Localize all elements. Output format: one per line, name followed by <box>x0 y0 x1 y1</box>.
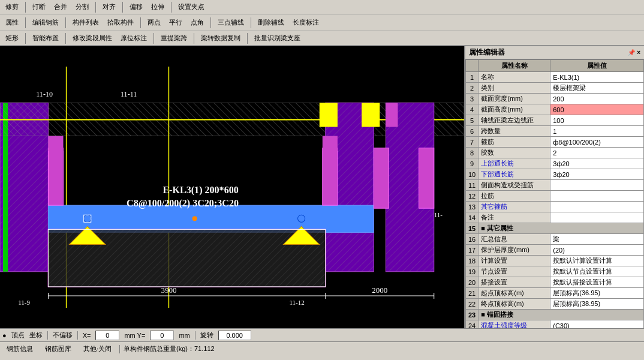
three-point-btn[interactable]: 三点辅线 <box>215 17 247 28</box>
row-prop-value[interactable]: 层顶标高(38.95) <box>550 299 644 310</box>
col-index-header <box>466 60 479 72</box>
row-prop-value[interactable]: 按默认搭接设置计算 <box>550 277 644 288</box>
row-prop-name: 计算设置 <box>479 256 550 266</box>
row-prop-value[interactable]: 梁 <box>550 234 644 245</box>
batch-id-btn[interactable]: 批量识别梁支座 <box>251 32 303 44</box>
row-prop-name: 搭接设置 <box>479 277 550 288</box>
svg-text:11-9: 11-9 <box>18 299 30 306</box>
row-prop-name: 混凝土强度等级 <box>479 320 550 329</box>
coord-label: 坐标 <box>29 331 43 340</box>
edit-rebar-btn[interactable]: 编辑钢筋 <box>29 17 62 28</box>
stretch-btn[interactable]: 拉伸 <box>148 1 167 13</box>
component-list-btn[interactable]: 构件列表 <box>70 17 102 28</box>
row-prop-value[interactable]: 层顶标高(36.95) <box>550 288 644 299</box>
row-prop-value[interactable]: 1 <box>550 126 644 137</box>
snap-mode: 顶点 <box>11 331 25 340</box>
row-prop-value[interactable]: 楼层框架梁 <box>550 83 644 94</box>
length-dim-btn[interactable]: 长度标注 <box>290 17 322 28</box>
row-prop-value[interactable]: 100 <box>550 115 644 126</box>
two-point-btn[interactable]: 两点 <box>145 17 164 28</box>
svg-text:11-11: 11-11 <box>121 90 137 98</box>
row-prop-value[interactable]: 按默认节点设置计算 <box>550 266 644 277</box>
sep2 <box>95 2 96 13</box>
status-sep2 <box>77 331 78 340</box>
row-prop-value[interactable]: ф8@100/200(2) <box>550 137 644 148</box>
row-prop-value[interactable] <box>550 180 644 191</box>
svg-rect-44 <box>323 148 338 205</box>
row-prop-value[interactable]: (C30) <box>550 320 644 329</box>
row-index: 10 <box>466 169 479 180</box>
table-row: 12拉筋 <box>466 191 644 202</box>
col-name-header: 属性名称 <box>479 60 550 72</box>
trim-btn[interactable]: 修剪 <box>2 1 22 13</box>
row-index: 23 <box>466 310 479 320</box>
pick-component-btn[interactable]: 拾取构件 <box>104 17 137 28</box>
row-index: 5 <box>466 115 479 126</box>
prop-pin-icon: 📌 × <box>628 49 640 56</box>
sep8 <box>210 17 211 28</box>
row-prop-value[interactable]: 600 <box>550 104 644 115</box>
parallel-btn[interactable]: 平行 <box>166 17 185 28</box>
x-input[interactable] <box>95 331 119 340</box>
row-prop-value[interactable] <box>550 212 644 223</box>
svg-text:E-KL3(1) 200*600: E-KL3(1) 200*600 <box>162 185 238 196</box>
row-index: 9 <box>466 158 479 169</box>
status-sep1 <box>47 331 48 340</box>
property-btn[interactable]: 属性 <box>2 17 22 28</box>
row-prop-name: 备注 <box>479 212 550 223</box>
align-btn[interactable]: 对齐 <box>100 1 119 13</box>
row-index: 1 <box>466 72 479 83</box>
del-aux-btn[interactable]: 删除辅线 <box>255 17 287 28</box>
rebar-info-tab[interactable]: 钢筋信息 <box>2 343 37 355</box>
rebar-lib-tab[interactable]: 钢筋图库 <box>41 343 76 355</box>
svg-rect-45 <box>374 148 389 209</box>
table-row: 20搭接设置按默认搭接设置计算 <box>466 277 644 288</box>
row-prop-value[interactable]: 3ф20 <box>550 158 644 169</box>
table-row: 14备注 <box>466 212 644 223</box>
row-prop-name: 下部通长筋 <box>479 169 550 180</box>
other-close-tab[interactable]: 其他·关闭 <box>79 343 116 355</box>
offset-btn[interactable]: 偏移 <box>127 1 146 13</box>
rotate-label: 旋转 <box>200 331 213 340</box>
row-prop-value[interactable]: 2 <box>550 148 644 158</box>
row-prop-value[interactable]: (20) <box>550 245 644 256</box>
table-row: 11侧面构造或受扭筋 <box>466 180 644 191</box>
split-btn[interactable]: 分割 <box>73 1 92 13</box>
smart-layout-btn[interactable]: 智能布置 <box>29 32 62 44</box>
svg-rect-46 <box>419 148 434 209</box>
row-prop-value[interactable]: 按默认计算设置计算 <box>550 256 644 266</box>
modify-beam-btn[interactable]: 修改梁段属性 <box>70 32 115 44</box>
merge-btn[interactable]: 合并 <box>51 1 70 13</box>
svg-point-27 <box>84 215 91 222</box>
sep4 <box>171 2 171 13</box>
point-angle-btn[interactable]: 点角 <box>188 17 207 28</box>
rotate-input[interactable] <box>218 331 251 340</box>
rect-btn[interactable]: 矩形 <box>2 32 22 44</box>
mm-label2: mm <box>179 332 189 339</box>
table-row: 13其它箍筋 <box>466 202 644 212</box>
row-index: 8 <box>466 148 479 158</box>
canvas-area[interactable]: 11-10 11-11 <box>0 46 464 328</box>
row-prop-value[interactable] <box>550 191 644 202</box>
status-bar: ● 顶点 坐标 不偏移 X= mm Y= mm 旋转 <box>0 328 644 341</box>
row-prop-value[interactable] <box>550 202 644 212</box>
row-prop-value[interactable]: 200 <box>550 94 644 104</box>
prop-title: 属性编辑器 <box>469 47 505 58</box>
row-index: 6 <box>466 126 479 137</box>
row-prop-name: 汇总信息 <box>479 234 550 245</box>
row-prop-value[interactable]: 3ф20 <box>550 169 644 180</box>
section-label: ■ 其它属性 <box>479 223 644 234</box>
sep6 <box>65 17 66 28</box>
row-prop-name: 侧面构造或受扭筋 <box>479 180 550 191</box>
setpoint-btn[interactable]: 设置夹点 <box>175 1 207 13</box>
row-prop-value[interactable]: E-KL3(1) <box>550 72 644 83</box>
section-label: ■ 锚固搭接 <box>479 310 644 320</box>
row-index: 2 <box>466 83 479 94</box>
break-btn[interactable]: 打断 <box>29 1 49 13</box>
prop-table-container[interactable]: 属性名称 属性值 1名称E-KL3(1)2类别楼层框架梁3截面宽度(mm)200… <box>465 59 644 328</box>
y-input[interactable] <box>150 331 174 340</box>
re-extract-btn[interactable]: 重提梁跨 <box>158 32 190 44</box>
original-label-btn[interactable]: 原位标注 <box>118 32 150 44</box>
row-prop-name: 拉筋 <box>479 191 550 202</box>
beam-copy-btn[interactable]: 梁转数据复制 <box>198 32 243 44</box>
